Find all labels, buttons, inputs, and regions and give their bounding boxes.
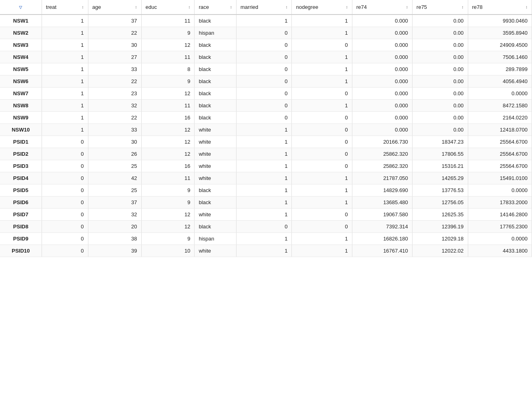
cell-re74-1: 0.000 bbox=[352, 27, 412, 39]
table-row: NSW813211black010.0000.008472.1580 bbox=[0, 100, 532, 112]
cell-treat-8: 1 bbox=[42, 112, 88, 124]
cell-age-10: 30 bbox=[88, 136, 141, 148]
header-treat[interactable]: treat↕ bbox=[42, 0, 88, 15]
sort-icon-treat[interactable]: ↕ bbox=[82, 5, 84, 9]
cell-index-17: PSID8 bbox=[0, 221, 42, 233]
cell-index-19: PSID10 bbox=[0, 245, 42, 257]
cell-educ-11: 12 bbox=[141, 148, 195, 160]
cell-index-6: NSW7 bbox=[0, 88, 42, 100]
cell-index-5: NSW6 bbox=[0, 75, 42, 88]
cell-re75-17: 12396.19 bbox=[412, 221, 468, 233]
sort-icon-race[interactable]: ↕ bbox=[230, 5, 232, 9]
table-row: NSW412711black010.0000.007506.1460 bbox=[0, 51, 532, 63]
cell-age-0: 37 bbox=[88, 15, 141, 27]
cell-treat-4: 1 bbox=[42, 63, 88, 75]
header-re74[interactable]: re74↕ bbox=[352, 0, 412, 15]
cell-nodegree-5: 1 bbox=[292, 75, 352, 88]
cell-re75-8: 0.00 bbox=[412, 112, 468, 124]
cell-re74-17: 7392.314 bbox=[352, 221, 412, 233]
header-re78[interactable]: re78↕ bbox=[468, 0, 532, 15]
cell-age-17: 20 bbox=[88, 221, 141, 233]
cell-married-1: 0 bbox=[236, 27, 292, 39]
table-row: NSW1013312white100.0000.0012418.0700 bbox=[0, 124, 532, 136]
cell-re78-2: 24909.4500 bbox=[468, 39, 532, 51]
cell-age-15: 37 bbox=[88, 196, 141, 209]
cell-re74-6: 0.000 bbox=[352, 88, 412, 100]
table-row: NSW113711black110.0000.009930.0460 bbox=[0, 15, 532, 27]
filter-icon[interactable]: ▿ bbox=[19, 4, 22, 10]
cell-index-4: NSW5 bbox=[0, 63, 42, 75]
cell-educ-4: 8 bbox=[141, 63, 195, 75]
cell-married-8: 0 bbox=[236, 112, 292, 124]
cell-re74-9: 0.000 bbox=[352, 124, 412, 136]
cell-nodegree-6: 0 bbox=[292, 88, 352, 100]
cell-index-9: NSW10 bbox=[0, 124, 42, 136]
cell-re75-11: 17806.55 bbox=[412, 148, 468, 160]
table-row: NSW912216black000.0000.002164.0220 bbox=[0, 112, 532, 124]
cell-educ-6: 12 bbox=[141, 88, 195, 100]
cell-treat-5: 1 bbox=[42, 75, 88, 88]
cell-race-17: black bbox=[195, 221, 236, 233]
cell-treat-17: 0 bbox=[42, 221, 88, 233]
sort-icon-educ[interactable]: ↕ bbox=[188, 5, 190, 9]
cell-married-19: 1 bbox=[236, 245, 292, 257]
header-educ[interactable]: educ↕ bbox=[141, 0, 195, 15]
header-race[interactable]: race↕ bbox=[195, 0, 236, 15]
cell-index-8: NSW9 bbox=[0, 112, 42, 124]
cell-re78-14: 0.0000 bbox=[468, 184, 532, 196]
cell-age-19: 39 bbox=[88, 245, 141, 257]
cell-age-6: 23 bbox=[88, 88, 141, 100]
cell-married-6: 0 bbox=[236, 88, 292, 100]
sort-icon-re74[interactable]: ↕ bbox=[406, 5, 408, 9]
table-row: PSID302516white1025862.32015316.2125564.… bbox=[0, 160, 532, 172]
cell-married-16: 1 bbox=[236, 209, 292, 221]
cell-re78-15: 17833.2000 bbox=[468, 196, 532, 209]
cell-married-17: 0 bbox=[236, 221, 292, 233]
sort-icon-re75[interactable]: ↕ bbox=[462, 5, 464, 9]
cell-educ-1: 9 bbox=[141, 27, 195, 39]
sort-icon-married[interactable]: ↕ bbox=[285, 5, 287, 9]
header-re75[interactable]: re75↕ bbox=[412, 0, 468, 15]
cell-re74-14: 14829.690 bbox=[352, 184, 412, 196]
cell-race-14: black bbox=[195, 184, 236, 196]
cell-educ-18: 9 bbox=[141, 233, 195, 245]
cell-married-11: 1 bbox=[236, 148, 292, 160]
cell-race-15: black bbox=[195, 196, 236, 209]
cell-index-2: NSW3 bbox=[0, 39, 42, 51]
sort-icon-nodegree[interactable]: ↕ bbox=[346, 5, 348, 9]
cell-age-12: 25 bbox=[88, 160, 141, 172]
cell-married-14: 1 bbox=[236, 184, 292, 196]
cell-married-2: 0 bbox=[236, 39, 292, 51]
cell-re74-0: 0.000 bbox=[352, 15, 412, 27]
cell-treat-18: 0 bbox=[42, 233, 88, 245]
cell-race-12: white bbox=[195, 160, 236, 172]
cell-race-11: white bbox=[195, 148, 236, 160]
table-row: PSID50259black1114829.69013776.530.0000 bbox=[0, 184, 532, 196]
cell-race-16: white bbox=[195, 209, 236, 221]
cell-married-12: 1 bbox=[236, 160, 292, 172]
header-label-nodegree: nodegree bbox=[296, 4, 344, 10]
cell-age-13: 42 bbox=[88, 172, 141, 184]
cell-re78-9: 12418.0700 bbox=[468, 124, 532, 136]
header-age[interactable]: age↕ bbox=[88, 0, 141, 15]
cell-re78-19: 4433.1800 bbox=[468, 245, 532, 257]
cell-re78-16: 14146.2800 bbox=[468, 209, 532, 221]
cell-educ-8: 16 bbox=[141, 112, 195, 124]
cell-educ-10: 12 bbox=[141, 136, 195, 148]
sort-icon-age[interactable]: ↕ bbox=[135, 5, 137, 9]
sort-icon-re78[interactable]: ↕ bbox=[526, 5, 528, 9]
cell-index-15: PSID6 bbox=[0, 196, 42, 209]
table-row: PSID103012white1020166.73018347.2325564.… bbox=[0, 136, 532, 148]
cell-married-5: 0 bbox=[236, 75, 292, 88]
cell-educ-16: 12 bbox=[141, 209, 195, 221]
cell-treat-13: 0 bbox=[42, 172, 88, 184]
cell-treat-0: 1 bbox=[42, 15, 88, 27]
cell-treat-14: 0 bbox=[42, 184, 88, 196]
cell-educ-3: 11 bbox=[141, 51, 195, 63]
header-index[interactable]: ▿ bbox=[0, 0, 42, 15]
header-married[interactable]: married↕ bbox=[236, 0, 292, 15]
table-body: NSW113711black110.0000.009930.0460NSW212… bbox=[0, 15, 532, 257]
cell-race-0: black bbox=[195, 15, 236, 27]
header-nodegree[interactable]: nodegree↕ bbox=[292, 0, 352, 15]
cell-re74-10: 20166.730 bbox=[352, 136, 412, 148]
